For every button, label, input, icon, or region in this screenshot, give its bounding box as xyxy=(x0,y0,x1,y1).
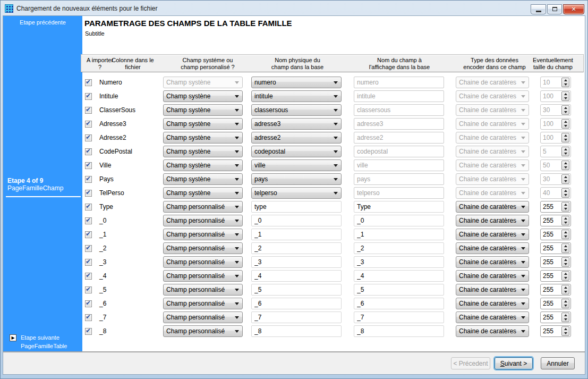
spinner-down-button[interactable] xyxy=(562,304,569,308)
size-spinner[interactable]: 255 xyxy=(540,325,571,337)
champ-type-combo[interactable]: Champ personnalisé xyxy=(163,284,243,296)
spinner-down-button[interactable] xyxy=(562,290,569,294)
display-name-input[interactable] xyxy=(354,325,444,337)
display-name-input[interactable] xyxy=(354,270,444,282)
display-name-input[interactable] xyxy=(354,229,444,240)
champ-type-combo[interactable]: Champ systène xyxy=(163,187,243,199)
import-checkbox[interactable]: ✔ xyxy=(85,273,92,280)
data-type-combo[interactable]: Chaine de caratères xyxy=(456,229,529,240)
champ-type-combo[interactable]: Champ personnalisé xyxy=(163,242,243,254)
spinner-down-button[interactable] xyxy=(562,110,569,114)
import-checkbox[interactable]: ✔ xyxy=(85,134,92,141)
physical-name-combo[interactable]: adresse2 xyxy=(251,132,342,144)
spinner-up-button[interactable] xyxy=(562,189,569,193)
next-button[interactable]: Suivant > xyxy=(495,357,533,369)
display-name-input[interactable] xyxy=(354,284,444,296)
physical-name-input[interactable] xyxy=(251,284,342,296)
spinner-down-button[interactable] xyxy=(562,124,569,128)
size-spinner[interactable]: 255 xyxy=(540,311,571,323)
spinner-up-button[interactable] xyxy=(562,313,569,317)
physical-name-input[interactable] xyxy=(251,242,342,254)
spinner-up-button[interactable] xyxy=(562,147,569,151)
physical-name-input[interactable] xyxy=(251,298,342,309)
data-type-combo[interactable]: Chaine de caratères xyxy=(456,270,529,282)
import-checkbox[interactable]: ✔ xyxy=(85,314,92,321)
size-spinner[interactable]: 255 xyxy=(540,242,571,254)
import-checkbox[interactable]: ✔ xyxy=(85,217,92,224)
spinner-up-button[interactable] xyxy=(562,299,569,304)
champ-type-combo[interactable]: Champ personnalisé xyxy=(163,229,243,240)
import-checkbox[interactable]: ✔ xyxy=(85,328,92,335)
spinner-up-button[interactable] xyxy=(562,106,569,110)
import-checkbox[interactable]: ✔ xyxy=(85,231,92,238)
physical-name-combo[interactable]: ville xyxy=(251,159,342,171)
physical-name-input[interactable] xyxy=(251,201,342,213)
physical-name-combo[interactable]: codepostal xyxy=(251,146,342,157)
sidebar-next-step[interactable]: ▶ Etape suivante PageFamilleTable xyxy=(10,333,67,350)
spinner-down-button[interactable] xyxy=(562,193,569,197)
data-type-combo[interactable]: Chaine de caratères xyxy=(456,325,529,337)
spinner-up-button[interactable] xyxy=(562,203,569,207)
import-checkbox[interactable]: ✔ xyxy=(85,300,92,307)
size-spinner[interactable]: 255 xyxy=(540,229,571,240)
spinner-up-button[interactable] xyxy=(562,78,569,82)
import-checkbox[interactable]: ✔ xyxy=(85,162,92,169)
display-name-input[interactable] xyxy=(354,201,444,213)
import-checkbox[interactable]: ✔ xyxy=(85,121,92,128)
champ-type-combo[interactable]: Champ personnalisé xyxy=(163,325,243,337)
champ-type-combo[interactable]: Champ systène xyxy=(163,173,243,185)
physical-name-input[interactable] xyxy=(251,325,342,337)
import-checkbox[interactable]: ✔ xyxy=(85,176,92,183)
physical-name-combo[interactable]: intitule xyxy=(251,90,342,102)
size-spinner[interactable]: 255 xyxy=(540,201,571,213)
cancel-button[interactable]: Annuler xyxy=(541,357,575,369)
import-checkbox[interactable]: ✔ xyxy=(85,204,92,210)
data-type-combo[interactable]: Chaine de caratères xyxy=(456,256,529,268)
display-name-input[interactable] xyxy=(354,256,444,268)
spinner-down-button[interactable] xyxy=(562,234,569,239)
physical-name-combo[interactable]: adresse3 xyxy=(251,118,342,130)
sidebar-previous-step[interactable]: Etape précédente xyxy=(3,19,82,26)
spinner-down-button[interactable] xyxy=(562,96,569,100)
physical-name-combo[interactable]: numero xyxy=(251,77,342,88)
display-name-input[interactable] xyxy=(354,311,444,323)
spinner-up-button[interactable] xyxy=(562,161,569,165)
data-type-combo[interactable]: Chaine de caratères xyxy=(456,215,529,226)
champ-type-combo[interactable]: Champ systène xyxy=(163,90,243,102)
spinner-down-button[interactable] xyxy=(562,276,569,280)
minimize-button[interactable] xyxy=(531,4,546,14)
spinner-down-button[interactable] xyxy=(562,331,569,335)
spinner-up-button[interactable] xyxy=(562,327,569,331)
champ-type-combo[interactable]: Champ systène xyxy=(163,104,243,116)
import-checkbox[interactable]: ✔ xyxy=(85,245,92,252)
champ-type-combo[interactable]: Champ personnalisé xyxy=(163,298,243,309)
data-type-combo[interactable]: Chaine de caratères xyxy=(456,311,529,323)
spinner-down-button[interactable] xyxy=(562,262,569,266)
maximize-button[interactable] xyxy=(547,4,562,14)
spinner-down-button[interactable] xyxy=(562,151,569,156)
import-checkbox[interactable]: ✔ xyxy=(85,79,92,86)
physical-name-combo[interactable]: classersous xyxy=(251,104,342,116)
physical-name-input[interactable] xyxy=(251,311,342,323)
spinner-up-button[interactable] xyxy=(562,244,569,248)
physical-name-input[interactable] xyxy=(251,229,342,240)
champ-type-combo[interactable]: Champ systène xyxy=(163,159,243,171)
size-spinner[interactable]: 255 xyxy=(540,256,571,268)
champ-type-combo[interactable]: Champ personnalisé xyxy=(163,201,243,213)
champ-type-combo[interactable]: Champ personnalisé xyxy=(163,311,243,323)
spinner-up-button[interactable] xyxy=(562,175,569,179)
size-spinner[interactable]: 255 xyxy=(540,284,571,296)
champ-type-combo[interactable]: Champ personnalisé xyxy=(163,256,243,268)
spinner-down-button[interactable] xyxy=(562,221,569,225)
spinner-down-button[interactable] xyxy=(562,317,569,322)
physical-name-combo[interactable]: pays xyxy=(251,173,342,185)
spinner-down-button[interactable] xyxy=(562,138,569,142)
import-checkbox[interactable]: ✔ xyxy=(85,148,92,155)
import-checkbox[interactable]: ✔ xyxy=(85,287,92,293)
data-type-combo[interactable]: Chaine de caratères xyxy=(456,298,529,309)
spinner-down-button[interactable] xyxy=(562,207,569,211)
display-name-input[interactable] xyxy=(354,215,444,226)
spinner-up-button[interactable] xyxy=(562,216,569,221)
import-checkbox[interactable]: ✔ xyxy=(85,190,92,197)
close-button[interactable]: ✕ xyxy=(563,4,584,14)
